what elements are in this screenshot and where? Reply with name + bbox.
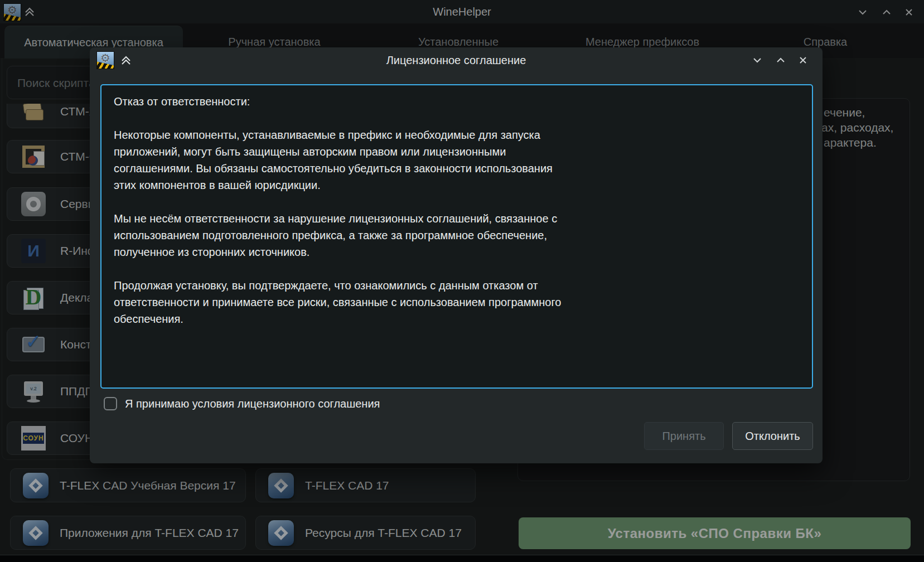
dialog-title: Лицензионное соглашение <box>90 47 823 73</box>
accept-terms-label: Я принимаю условия лицензионного соглаше… <box>125 398 380 410</box>
minimize-icon[interactable] <box>750 53 765 67</box>
maximize-icon[interactable] <box>773 53 788 67</box>
accept-terms-checkbox[interactable] <box>104 397 117 410</box>
decline-button[interactable]: Отклонить <box>732 422 813 450</box>
license-dialog: ⚙ Лицензионное соглашение Отказ от ответ… <box>90 47 823 463</box>
license-text-area[interactable]: Отказ от ответственности: Некоторые комп… <box>100 84 813 389</box>
close-icon[interactable] <box>796 53 810 67</box>
license-paragraph: Продолжая установку, вы подтверждаете, ч… <box>114 277 800 327</box>
license-paragraph: Некоторые компоненты, устанавливаемые в … <box>114 127 800 193</box>
window-bottom-edge <box>0 555 924 562</box>
accept-terms-row[interactable]: Я принимаю условия лицензионного соглаше… <box>104 396 380 411</box>
license-paragraph: Отказ от ответственности: <box>114 93 800 110</box>
license-paragraph: Мы не несём ответственности за нарушение… <box>114 210 800 260</box>
accept-button[interactable]: Принять <box>644 422 724 450</box>
dialog-titlebar: ⚙ Лицензионное соглашение <box>90 47 823 73</box>
